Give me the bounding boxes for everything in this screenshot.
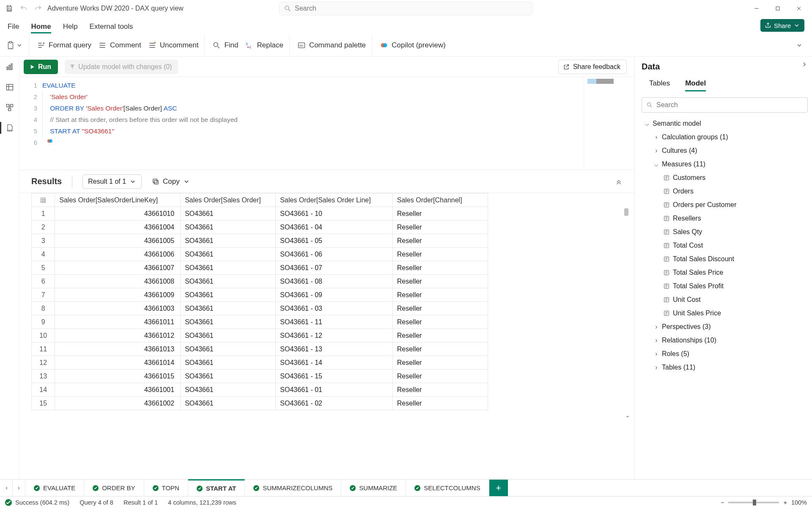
tree-group[interactable]: ›Relationships (10) <box>642 334 808 347</box>
replace-button[interactable]: bc Replace <box>245 41 283 50</box>
copilot-button[interactable]: Copilot (preview) <box>380 41 446 50</box>
query-tab[interactable]: START AT <box>188 479 245 496</box>
query-tab[interactable]: EVALUATE <box>25 480 84 496</box>
table-row[interactable]: 3 43661005 SO43661 SO43661 - 05 Reseller <box>32 234 488 248</box>
tree-measure[interactable]: Unit Sales Price <box>642 306 808 320</box>
report-view-icon[interactable] <box>4 61 16 73</box>
result-picker[interactable]: Result 1 of 1 <box>82 174 142 189</box>
paste-button[interactable] <box>6 41 23 50</box>
svg-text:c: c <box>250 44 251 49</box>
copilot-icon <box>380 41 388 50</box>
table-row[interactable]: 8 43661003 SO43661 SO43661 - 03 Reseller <box>32 302 488 315</box>
tree-measure[interactable]: Total Sales Discount <box>642 252 808 266</box>
tree-measure[interactable]: Total Sales Price <box>642 266 808 279</box>
dax-view-icon[interactable]: DAX <box>4 122 16 134</box>
query-tab[interactable]: SUMMARIZE <box>341 480 406 496</box>
model-search[interactable] <box>642 97 808 113</box>
tree-measure[interactable]: Unit Cost <box>642 293 808 306</box>
tree-root[interactable]: ⌵Semantic model <box>642 117 808 130</box>
scrollbar-thumb[interactable] <box>624 208 628 216</box>
global-search-input[interactable] <box>295 5 528 12</box>
table-row[interactable]: 1 43661010 SO43661 SO43661 - 10 Reseller <box>32 207 488 221</box>
scroll-down-icon[interactable] <box>624 413 631 420</box>
tree-measure[interactable]: Total Sales Profit <box>642 279 808 293</box>
command-palette-button[interactable]: abl Command palette <box>297 41 366 50</box>
column-header[interactable]: Sales Order[Sales Order Line] <box>276 193 392 207</box>
table-view-icon[interactable] <box>4 81 16 93</box>
tree-group[interactable]: ⌵Measures (11) <box>642 157 808 171</box>
comment-button[interactable]: Comment <box>98 41 141 50</box>
copilot-inline-icon[interactable] <box>47 138 53 144</box>
tree-measure[interactable]: Resellers <box>642 212 808 225</box>
tree-group[interactable]: ›Roles (5) <box>642 347 808 361</box>
tree-group[interactable]: ›Perspectives (3) <box>642 320 808 334</box>
model-view-icon[interactable] <box>4 102 16 113</box>
dax-editor[interactable]: 123456 EVALUATE 'Sales Order' ORDER BY '… <box>19 77 634 170</box>
table-row[interactable]: 14 43661001 SO43661 SO43661 - 01 Reselle… <box>32 383 488 397</box>
tab-tables[interactable]: Tables <box>649 79 670 91</box>
share-button[interactable]: Share <box>760 19 804 32</box>
query-tab[interactable]: SELECTCOLUMNS <box>406 480 489 496</box>
close-button[interactable] <box>789 2 809 15</box>
tree-group[interactable]: ›Cultures (4) <box>642 144 808 157</box>
column-header[interactable]: Sales Order[Channel] <box>392 193 488 207</box>
redo-icon[interactable] <box>32 3 44 14</box>
copy-button[interactable]: Copy <box>152 177 190 186</box>
query-tab[interactable]: SUMMARIZECOLUMNS <box>245 480 341 496</box>
collapse-results-button[interactable] <box>615 178 623 185</box>
table-row[interactable]: 13 43661015 SO43661 SO43661 - 15 Reselle… <box>32 370 488 383</box>
uncomment-button[interactable]: Uncomment <box>148 41 199 50</box>
code-area[interactable]: EVALUATE 'Sales Order' ORDER BY 'Sales O… <box>42 77 584 170</box>
format-query-button[interactable]: Format query <box>37 41 91 50</box>
table-row[interactable]: 15 43661002 SO43661 SO43661 - 02 Reselle… <box>32 397 488 410</box>
ribbon-expand-button[interactable] <box>796 42 806 49</box>
query-tab[interactable]: TOPN <box>144 480 188 496</box>
find-button[interactable]: Find <box>212 41 238 50</box>
zoom-out-button[interactable]: − <box>721 499 724 506</box>
results-grid[interactable]: Sales Order[SalesOrderLineKey]Sales Orde… <box>31 193 488 410</box>
table-row[interactable]: 12 43661014 SO43661 SO43661 - 14 Reselle… <box>32 356 488 370</box>
collapse-panel-button[interactable] <box>801 61 808 68</box>
tree-measure[interactable]: Customers <box>642 171 808 185</box>
global-search[interactable] <box>279 2 533 15</box>
table-row[interactable]: 11 43661013 SO43661 SO43661 - 13 Reselle… <box>32 342 488 356</box>
table-row[interactable]: 6 43661008 SO43661 SO43661 - 08 Reseller <box>32 275 488 288</box>
tree-group[interactable]: ›Tables (11) <box>642 361 808 374</box>
tab-model[interactable]: Model <box>685 79 706 91</box>
table-row[interactable]: 9 43661011 SO43661 SO43661 - 11 Reseller <box>32 315 488 329</box>
update-model-button[interactable]: Update model with changes (0) <box>65 60 178 74</box>
menu-home[interactable]: Home <box>31 22 51 33</box>
model-tree[interactable]: ⌵Semantic model›Calculation groups (1)›C… <box>642 117 808 374</box>
add-tab-button[interactable]: + <box>489 480 508 496</box>
table-row[interactable]: 4 43661006 SO43661 SO43661 - 06 Reseller <box>32 248 488 261</box>
query-tab[interactable]: ORDER BY <box>84 480 144 496</box>
results-scrollbar[interactable] <box>624 208 629 420</box>
grid-select-all[interactable] <box>32 193 55 207</box>
tree-measure[interactable]: Orders per Customer <box>642 198 808 212</box>
maximize-button[interactable] <box>768 2 787 15</box>
column-header[interactable]: Sales Order[SalesOrderLineKey] <box>55 193 181 207</box>
table-row[interactable]: 2 43661004 SO43661 SO43661 - 04 Reseller <box>32 221 488 234</box>
zoom-slider[interactable] <box>728 502 779 503</box>
tree-measure[interactable]: Sales Qty <box>642 225 808 239</box>
tree-measure[interactable]: Total Cost <box>642 239 808 252</box>
zoom-in-button[interactable]: + <box>783 499 787 506</box>
tree-measure[interactable]: Orders <box>642 185 808 198</box>
save-icon[interactable] <box>3 3 15 14</box>
minimize-button[interactable] <box>747 2 766 15</box>
table-row[interactable]: 7 43661009 SO43661 SO43661 - 09 Reseller <box>32 288 488 302</box>
menu-file[interactable]: File <box>8 22 19 33</box>
tab-scroll-right[interactable] <box>13 480 25 496</box>
menu-external-tools[interactable]: External tools <box>90 22 133 33</box>
tree-group[interactable]: ›Calculation groups (1) <box>642 130 808 144</box>
menu-help[interactable]: Help <box>63 22 78 33</box>
table-row[interactable]: 5 43661007 SO43661 SO43661 - 07 Reseller <box>32 261 488 275</box>
run-button[interactable]: Run <box>24 60 58 74</box>
share-feedback-button[interactable]: Share feedback <box>558 60 627 74</box>
column-header[interactable]: Sales Order[Sales Order] <box>181 193 276 207</box>
undo-icon[interactable] <box>18 3 30 14</box>
model-search-input[interactable] <box>656 101 803 109</box>
minimap[interactable] <box>584 77 634 170</box>
table-row[interactable]: 10 43661012 SO43661 SO43661 - 12 Reselle… <box>32 329 488 342</box>
tab-scroll-left[interactable] <box>0 480 13 496</box>
